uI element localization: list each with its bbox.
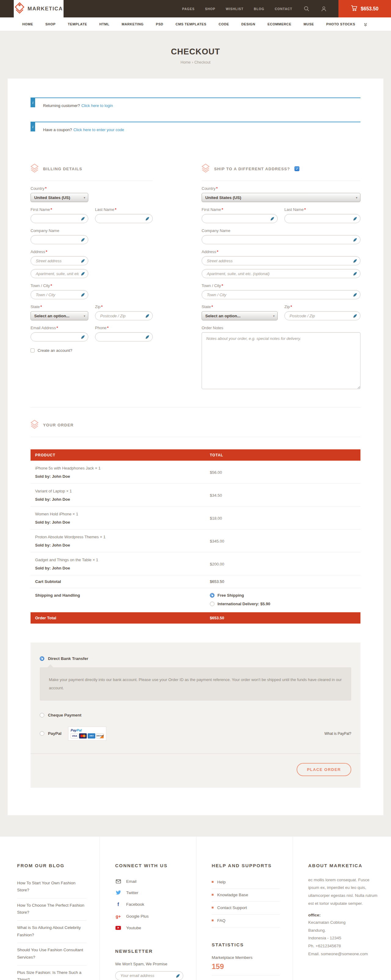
blog-link[interactable]: How To Start Your Own Fashion Store? <box>17 876 87 898</box>
billing-phone-input[interactable] <box>95 332 153 342</box>
blog-link[interactable]: What is So Alluring About Celebrity Fash… <box>17 921 87 943</box>
paypal-option[interactable]: PayPal PayPal VISA MasterCard AMEX DISCO… <box>40 727 351 741</box>
nav-muse[interactable]: MUSE <box>304 22 314 26</box>
cart-subtotal-row: Cart Subtotal $653.50 <box>30 575 361 588</box>
blog-link[interactable]: How To Choose The Perfect Fashion Store? <box>17 898 87 921</box>
order-row: Gadget and Things on the Table × 1 Sold … <box>30 552 361 575</box>
cart-button[interactable]: $653.50 <box>339 0 391 18</box>
radio-icon[interactable] <box>210 601 215 606</box>
billing-company-input[interactable] <box>30 235 88 244</box>
billing-country-select[interactable]: United States (US) ▾ <box>30 193 88 202</box>
nav-shop[interactable]: SHOP <box>45 22 56 26</box>
subtotal-label: Cart Subtotal <box>30 579 205 584</box>
bank-transfer-option[interactable]: Direct Bank Transfer <box>40 656 351 661</box>
product-name: Gadget and Things on the Table × 1 <box>35 558 205 562</box>
shipping-zip-input[interactable] <box>285 311 361 320</box>
nav-code[interactable]: CODE <box>219 22 229 26</box>
place-order-button[interactable]: PLACE ORDER <box>297 763 351 776</box>
radio-icon[interactable] <box>40 713 44 718</box>
youtube-link[interactable]: Youtube <box>115 923 183 934</box>
nav-html[interactable]: HTML <box>99 22 110 26</box>
international-delivery-option[interactable]: International Delivery: $5.90 <box>210 601 361 606</box>
chevron-down-icon: ▾ <box>273 314 275 318</box>
faq-link[interactable]: FAQ <box>212 915 280 928</box>
nav-cms-templates[interactable]: CMS TEMPLATES <box>176 22 207 26</box>
product-total: $18.00 <box>205 516 361 520</box>
billing-address2-input[interactable] <box>30 269 88 278</box>
shipping-address1-input[interactable] <box>202 256 361 265</box>
shipping-last-name-input[interactable] <box>285 214 361 223</box>
cart-total: $653.50 <box>361 6 378 12</box>
facebook-link[interactable]: f Facebook <box>115 899 183 911</box>
required-mark: * <box>107 326 109 330</box>
radio-icon[interactable] <box>40 731 44 736</box>
billing-town-input[interactable] <box>30 290 88 299</box>
footer: FROM OUR BLOG How To Start Your Own Fash… <box>0 837 391 980</box>
top-nav-shop[interactable]: SHOP <box>205 7 215 11</box>
required-mark: * <box>211 304 213 309</box>
newsletter-email-input[interactable] <box>115 971 183 980</box>
help-link[interactable]: Help <box>212 876 280 889</box>
nav-template[interactable]: TEMPLATE <box>68 22 87 26</box>
shipping-first-name-input[interactable] <box>202 214 278 223</box>
twitter-link[interactable]: Twitter <box>115 888 183 899</box>
what-is-paypal-link[interactable]: What is PayPal? <box>324 732 351 736</box>
nav-design[interactable]: DESIGN <box>241 22 255 26</box>
top-nav-pages[interactable]: PAGES <box>182 7 195 11</box>
account-icon[interactable] <box>321 6 326 12</box>
coupon-link[interactable]: Click here to enter your code <box>73 127 124 132</box>
required-mark: * <box>101 304 103 309</box>
billing-last-name-input[interactable] <box>95 214 153 223</box>
nav-ecommerce[interactable]: ECOMMERCE <box>268 22 291 26</box>
top-nav: PAGES SHOP WISHLIST BLOG CONTACT <box>182 7 292 11</box>
shipping-town-input[interactable] <box>202 290 361 299</box>
search-icon[interactable] <box>304 6 309 11</box>
radio-selected-icon[interactable] <box>210 593 215 598</box>
billing-email-input[interactable] <box>30 332 88 342</box>
top-nav-contact[interactable]: CONTACT <box>275 7 292 11</box>
office-label: office: <box>308 913 378 917</box>
knowledge-base-link[interactable]: Knowladge Base <box>212 889 280 902</box>
blog-link[interactable]: Should You Use Fashion Consultant Servic… <box>17 943 87 965</box>
top-nav-wishlist[interactable]: WISHLIST <box>226 7 243 11</box>
email-link[interactable]: Email <box>115 876 183 888</box>
billing-state-select[interactable]: Select an option... ▾ <box>30 311 88 320</box>
billing-first-name-label: First Name <box>30 207 50 212</box>
ship-different-checkbox[interactable]: ✓ <box>294 166 299 171</box>
order-total-value: $653.50 <box>205 616 361 620</box>
layers-icon <box>202 164 210 174</box>
billing-company-label: Company Name <box>30 228 153 233</box>
billing-zip-input[interactable] <box>95 311 153 320</box>
nav-home[interactable]: HOME <box>22 22 33 26</box>
billing-title: BILLING DETAILS <box>43 167 82 171</box>
logo[interactable]: MARKETICA <box>14 0 64 18</box>
blog-link[interactable]: Plus Size Fashion: Is There Such a Thing… <box>17 966 87 980</box>
order-notes-textarea[interactable] <box>202 332 361 389</box>
login-link[interactable]: Click here to login <box>81 103 113 108</box>
product-seller: Sold by: John Doe <box>35 543 205 547</box>
shipping-country-select[interactable]: United States (US) ▾ <box>202 193 361 202</box>
free-shipping-option[interactable]: Free Shipping <box>210 593 361 598</box>
radio-selected-icon[interactable] <box>40 656 44 661</box>
contact-support-link[interactable]: Contact Support <box>212 902 280 915</box>
top-nav-blog[interactable]: BLOG <box>254 7 264 11</box>
shipping-company-input[interactable] <box>202 235 361 244</box>
order-table-header: PRODUCT TOTAL <box>30 449 361 461</box>
breadcrumb-home[interactable]: Home <box>181 60 191 65</box>
required-mark: * <box>304 207 306 212</box>
nav-psd[interactable]: PSD <box>156 22 163 26</box>
cheque-payment-option[interactable]: Cheque Payment <box>40 713 351 718</box>
google-plus-link[interactable]: g+ Google Plus <box>115 911 183 923</box>
free-shipping-label: Free Shipping <box>218 593 244 598</box>
billing-address1-input[interactable] <box>30 256 88 265</box>
shipping-state-select[interactable]: Select an option... ▾ <box>202 311 278 320</box>
billing-first-name-input[interactable] <box>30 214 88 223</box>
create-account-checkbox[interactable] <box>30 348 35 352</box>
product-seller: Sold by: John Doe <box>35 520 205 525</box>
nav-photo-stocks[interactable]: PHOTO STOCKS <box>326 22 355 26</box>
nav-marketing[interactable]: MARKETING <box>122 22 143 26</box>
billing-country-value: United States (US) <box>34 195 84 200</box>
chevron-down-icon[interactable] <box>364 22 367 28</box>
product-total: $345.00 <box>205 539 361 544</box>
shipping-address2-input[interactable] <box>202 269 361 278</box>
